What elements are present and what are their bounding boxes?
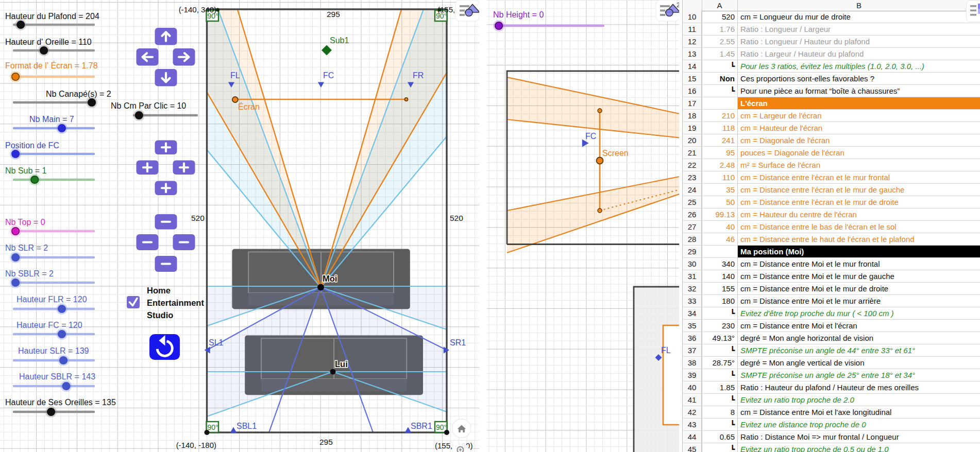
svg-text:Nb Sub = 1: Nb Sub = 1 [5,166,47,175]
svg-text:Hauteur SLR = 139: Hauteur SLR = 139 [18,346,89,355]
svg-text:SR1: SR1 [450,338,466,347]
svg-text:(-140, 340): (-140, 340) [179,5,216,14]
svg-text:(-140, -180): (-140, -180) [176,441,216,449]
svg-text:Format de l' Écran = 1.78: Format de l' Écran = 1.78 [5,61,98,70]
svg-text:Nb Top = 0: Nb Top = 0 [5,218,45,227]
svg-text:FL: FL [661,346,671,355]
svg-text:Position de FC: Position de FC [5,141,59,150]
svg-text:Hauteur FLR = 120: Hauteur FLR = 120 [16,295,87,304]
svg-text:FL: FL [230,71,240,80]
svg-text:Studio: Studio [147,310,173,320]
svg-text:Nb SBLR = 2: Nb SBLR = 2 [5,269,54,278]
svg-text:Sub1: Sub1 [330,36,349,45]
svg-text:FR: FR [413,71,424,80]
svg-text:FC: FC [585,132,596,141]
svg-text:Screen: Screen [602,149,629,158]
svg-text:Home: Home [147,286,171,295]
svg-text:SL1: SL1 [209,338,224,347]
svg-text:Nb Cm Par Clic = 10: Nb Cm Par Clic = 10 [111,101,186,110]
svg-text:Nb SLR = 2: Nb SLR = 2 [5,244,48,252]
svg-text:Écran: Écran [238,102,260,111]
svg-text:Entertainment: Entertainment [147,298,204,307]
svg-text:520: 520 [450,214,463,222]
svg-text:SBL1: SBL1 [236,422,257,430]
svg-text:520: 520 [191,214,205,222]
svg-text:Moi: Moi [323,274,337,283]
svg-text:FC: FC [323,71,334,80]
svg-text:Hauteur de Ses Oreilles = 135: Hauteur de Ses Oreilles = 135 [5,398,116,407]
svg-text:Nb Main = 7: Nb Main = 7 [29,115,74,124]
svg-text:Nb Canapé(s) = 2: Nb Canapé(s) = 2 [46,90,111,98]
svg-text:90°: 90° [208,423,218,431]
svg-text:Nb Height = 0: Nb Height = 0 [493,10,544,19]
svg-text:SBR1: SBR1 [411,422,432,430]
svg-text:Hauteur d' Oreille = 110: Hauteur d' Oreille = 110 [5,38,92,46]
svg-text:295: 295 [319,438,333,446]
svg-text:Hauteur SBLR = 143: Hauteur SBLR = 143 [19,372,95,381]
svg-text:90°: 90° [436,423,447,431]
svg-text:Lui: Lui [335,359,348,369]
svg-text:295: 295 [327,10,340,19]
svg-text:Hauteur FC = 120: Hauteur FC = 120 [16,321,82,329]
